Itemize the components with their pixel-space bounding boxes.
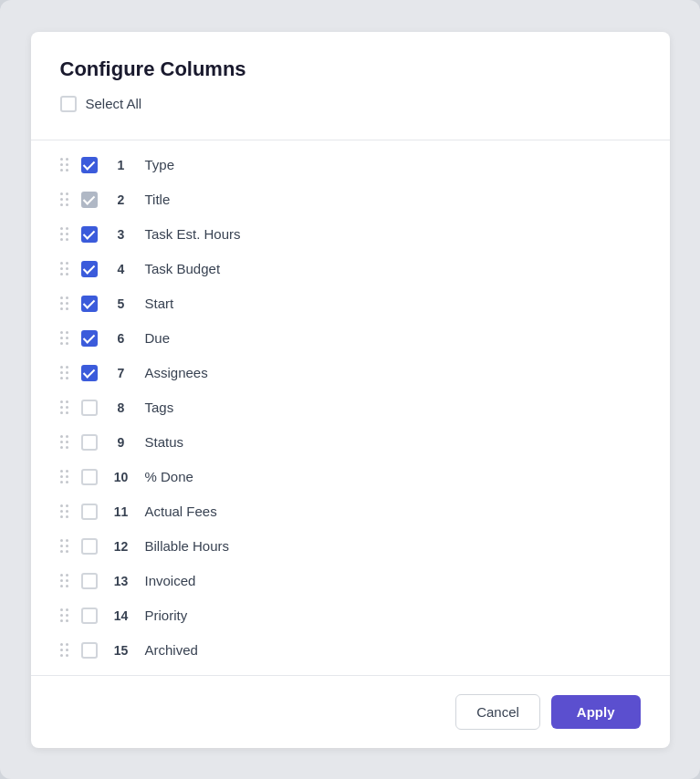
column-checkbox[interactable] bbox=[81, 226, 98, 243]
column-name: Due bbox=[145, 330, 641, 346]
column-name: Actual Fees bbox=[145, 504, 641, 519]
column-name: Archived bbox=[145, 642, 641, 658]
column-item[interactable]: 1Type bbox=[31, 148, 670, 182]
column-name: Tags bbox=[145, 400, 641, 415]
column-item[interactable]: 13Invoiced bbox=[31, 564, 670, 598]
column-item[interactable]: 11Actual Fees bbox=[31, 494, 670, 529]
configure-columns-modal: Configure Columns Select All 1Type 2Titl… bbox=[31, 32, 670, 748]
column-name: Task Est. Hours bbox=[145, 226, 641, 242]
column-name: Priority bbox=[145, 608, 641, 623]
drag-handle-icon bbox=[60, 470, 68, 483]
column-number: 5 bbox=[110, 296, 132, 311]
column-item[interactable]: 3Task Est. Hours bbox=[31, 217, 670, 252]
column-item[interactable]: 5Start bbox=[31, 286, 670, 321]
column-name: Title bbox=[145, 192, 641, 207]
column-checkbox[interactable] bbox=[81, 573, 98, 589]
drag-handle-icon bbox=[60, 504, 68, 518]
select-all-row: Select All bbox=[60, 96, 641, 125]
column-checkbox[interactable] bbox=[81, 296, 98, 312]
column-number: 10 bbox=[110, 470, 132, 484]
drag-handle-icon bbox=[60, 574, 68, 587]
select-all-checkbox[interactable] bbox=[60, 96, 77, 112]
column-item[interactable]: 7Assignees bbox=[31, 356, 670, 390]
column-name: Billable Hours bbox=[145, 538, 641, 554]
column-number: 12 bbox=[110, 539, 132, 554]
column-name: Status bbox=[145, 434, 641, 450]
column-item[interactable]: 4Task Budget bbox=[31, 252, 670, 286]
column-checkbox[interactable] bbox=[81, 157, 98, 173]
column-name: Assignees bbox=[145, 365, 641, 380]
column-item[interactable]: 2Title bbox=[31, 182, 670, 217]
column-checkbox[interactable] bbox=[81, 538, 98, 555]
drag-handle-icon bbox=[60, 366, 68, 379]
column-number: 6 bbox=[110, 331, 132, 346]
drag-handle-icon bbox=[60, 296, 68, 310]
column-item[interactable]: 9Status bbox=[31, 425, 670, 460]
column-name: Task Budget bbox=[145, 261, 641, 276]
column-name: % Done bbox=[145, 469, 641, 484]
column-checkbox bbox=[81, 192, 98, 208]
column-number: 7 bbox=[110, 366, 132, 380]
column-number: 8 bbox=[110, 400, 132, 415]
drag-handle-icon bbox=[60, 608, 68, 622]
column-item[interactable]: 10% Done bbox=[31, 460, 670, 494]
column-item[interactable]: 15Archived bbox=[31, 633, 670, 668]
column-item[interactable]: 6Due bbox=[31, 321, 670, 356]
column-name: Type bbox=[145, 157, 641, 172]
column-checkbox[interactable] bbox=[81, 434, 98, 451]
column-number: 2 bbox=[110, 192, 132, 207]
column-checkbox[interactable] bbox=[81, 261, 98, 277]
column-checkbox[interactable] bbox=[81, 400, 98, 416]
column-number: 13 bbox=[110, 574, 132, 588]
column-checkbox[interactable] bbox=[81, 504, 98, 520]
drag-handle-icon bbox=[60, 262, 68, 275]
column-number: 15 bbox=[110, 643, 132, 658]
apply-button[interactable]: Apply bbox=[551, 695, 641, 729]
column-number: 3 bbox=[110, 227, 132, 242]
cancel-button[interactable]: Cancel bbox=[455, 694, 540, 730]
column-item[interactable]: 12Billable Hours bbox=[31, 529, 670, 564]
drag-handle-icon bbox=[60, 227, 68, 241]
column-name: Invoiced bbox=[145, 573, 641, 588]
drag-handle-icon bbox=[60, 400, 68, 414]
select-all-label: Select All bbox=[86, 96, 142, 111]
column-checkbox[interactable] bbox=[81, 642, 98, 659]
column-checkbox[interactable] bbox=[81, 330, 98, 347]
page-background: Configure Columns Select All 1Type 2Titl… bbox=[0, 0, 700, 779]
column-item[interactable]: 8Tags bbox=[31, 390, 670, 425]
drag-handle-icon bbox=[60, 158, 68, 171]
modal-header: Configure Columns Select All bbox=[31, 32, 670, 140]
drag-handle-icon bbox=[60, 643, 68, 657]
drag-handle-icon bbox=[60, 192, 68, 206]
modal-footer: Cancel Apply bbox=[31, 676, 670, 748]
column-checkbox[interactable] bbox=[81, 469, 98, 485]
drag-handle-icon bbox=[60, 435, 68, 449]
drag-handle-icon bbox=[60, 539, 68, 553]
column-number: 11 bbox=[110, 504, 132, 519]
columns-list: 1Type 2Title 3Task Est. Hours 4Task Budg… bbox=[31, 140, 670, 675]
column-number: 4 bbox=[110, 262, 132, 276]
drag-handle-icon bbox=[60, 331, 68, 345]
column-number: 1 bbox=[110, 158, 132, 172]
column-number: 9 bbox=[110, 435, 132, 450]
column-checkbox[interactable] bbox=[81, 365, 98, 381]
column-number: 14 bbox=[110, 608, 132, 623]
column-item[interactable]: 14Priority bbox=[31, 598, 670, 633]
modal-title: Configure Columns bbox=[60, 57, 641, 81]
column-name: Start bbox=[145, 296, 641, 311]
column-checkbox[interactable] bbox=[81, 608, 98, 624]
